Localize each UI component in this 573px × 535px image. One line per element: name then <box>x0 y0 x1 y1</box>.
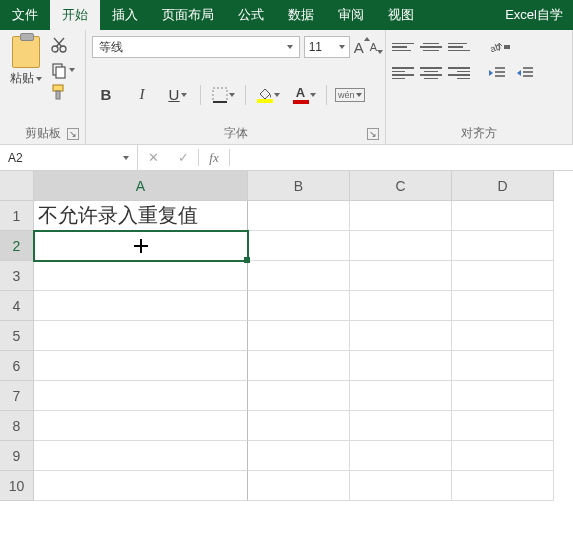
row-header-8[interactable]: 8 <box>0 411 34 441</box>
align-center-button[interactable] <box>420 63 442 83</box>
cell-A5[interactable] <box>34 321 248 351</box>
row-header-6[interactable]: 6 <box>0 351 34 381</box>
tab-file[interactable]: 文件 <box>0 0 50 30</box>
format-painter-button[interactable] <box>50 83 75 104</box>
formula-bar: A2 ✕ ✓ fx <box>0 145 573 171</box>
cell-A1[interactable]: 不允许录入重复值 <box>34 201 248 231</box>
cell-C3[interactable] <box>350 261 452 291</box>
decrease-font-button[interactable]: A <box>370 41 379 53</box>
cell-D7[interactable] <box>452 381 554 411</box>
font-size-select[interactable]: 11 <box>304 36 350 58</box>
align-left-button[interactable] <box>392 63 414 83</box>
cell-B1[interactable] <box>248 201 350 231</box>
tab-page-layout[interactable]: 页面布局 <box>150 0 226 30</box>
cell-B10[interactable] <box>248 471 350 501</box>
increase-font-button[interactable]: A <box>354 39 366 56</box>
row-header-1[interactable]: 1 <box>0 201 34 231</box>
col-header-B[interactable]: B <box>248 171 350 201</box>
cell-B5[interactable] <box>248 321 350 351</box>
font-launcher[interactable]: ↘ <box>367 128 379 140</box>
cell-C7[interactable] <box>350 381 452 411</box>
italic-button[interactable]: I <box>128 83 156 107</box>
bold-button[interactable]: B <box>92 83 120 107</box>
cell-B9[interactable] <box>248 441 350 471</box>
chevron-down-icon <box>229 93 235 97</box>
align-bottom-button[interactable] <box>448 37 470 57</box>
cut-button[interactable] <box>50 36 75 57</box>
cell-A3[interactable] <box>34 261 248 291</box>
font-name-select[interactable]: 等线 <box>92 36 300 58</box>
cell-A9[interactable] <box>34 441 248 471</box>
formula-input[interactable] <box>230 145 573 170</box>
cell-B8[interactable] <box>248 411 350 441</box>
align-middle-button[interactable] <box>420 37 442 57</box>
copy-button[interactable] <box>50 61 75 79</box>
row-header-9[interactable]: 9 <box>0 441 34 471</box>
tab-home[interactable]: 开始 <box>50 0 100 30</box>
cell-A8[interactable] <box>34 411 248 441</box>
cell-D8[interactable] <box>452 411 554 441</box>
tab-data[interactable]: 数据 <box>276 0 326 30</box>
col-header-D[interactable]: D <box>452 171 554 201</box>
tab-formula[interactable]: 公式 <box>226 0 276 30</box>
cell-C2[interactable] <box>350 231 452 261</box>
cell-D10[interactable] <box>452 471 554 501</box>
cell-B6[interactable] <box>248 351 350 381</box>
row-header-3[interactable]: 3 <box>0 261 34 291</box>
cell-C8[interactable] <box>350 411 452 441</box>
cell-C4[interactable] <box>350 291 452 321</box>
name-box[interactable]: A2 <box>0 145 138 170</box>
row-header-2[interactable]: 2 <box>0 231 34 261</box>
chevron-down-icon <box>310 93 316 97</box>
tab-excel-self-study[interactable]: Excel自学 <box>493 0 573 30</box>
cell-B2[interactable] <box>248 231 350 261</box>
cell-A2[interactable] <box>34 231 248 261</box>
cell-D6[interactable] <box>452 351 554 381</box>
cell-A6[interactable] <box>34 351 248 381</box>
clipboard-launcher[interactable]: ↘ <box>67 128 79 140</box>
cell-A4[interactable] <box>34 291 248 321</box>
cell-D4[interactable] <box>452 291 554 321</box>
fill-color-button[interactable] <box>254 83 282 107</box>
row-header-10[interactable]: 10 <box>0 471 34 501</box>
tab-insert[interactable]: 插入 <box>100 0 150 30</box>
cell-D9[interactable] <box>452 441 554 471</box>
cell-A10[interactable] <box>34 471 248 501</box>
cancel-formula-button[interactable]: ✕ <box>138 145 168 170</box>
underline-button[interactable]: U <box>164 83 192 107</box>
cell-D1[interactable] <box>452 201 554 231</box>
tab-review[interactable]: 审阅 <box>326 0 376 30</box>
align-right-button[interactable] <box>448 63 470 83</box>
cell-C5[interactable] <box>350 321 452 351</box>
col-header-C[interactable]: C <box>350 171 452 201</box>
cell-B3[interactable] <box>248 261 350 291</box>
chevron-down-icon <box>287 45 293 49</box>
confirm-formula-button[interactable]: ✓ <box>168 145 198 170</box>
increase-indent-button[interactable] <box>516 63 538 83</box>
align-top-button[interactable] <box>392 37 414 57</box>
decrease-indent-button[interactable] <box>488 63 510 83</box>
cell-C6[interactable] <box>350 351 452 381</box>
cell-B7[interactable] <box>248 381 350 411</box>
cell-D5[interactable] <box>452 321 554 351</box>
cell-C1[interactable] <box>350 201 452 231</box>
row-header-4[interactable]: 4 <box>0 291 34 321</box>
chevron-down-icon <box>181 93 187 97</box>
cell-D2[interactable] <box>452 231 554 261</box>
font-color-button[interactable]: A <box>290 83 318 107</box>
insert-function-button[interactable]: fx <box>199 145 229 170</box>
border-button[interactable] <box>209 83 237 107</box>
cell-A7[interactable] <box>34 381 248 411</box>
cell-C9[interactable] <box>350 441 452 471</box>
row-header-7[interactable]: 7 <box>0 381 34 411</box>
cell-C10[interactable] <box>350 471 452 501</box>
cell-B4[interactable] <box>248 291 350 321</box>
select-all-corner[interactable] <box>0 171 34 201</box>
row-header-5[interactable]: 5 <box>0 321 34 351</box>
orientation-button[interactable]: ab <box>488 37 510 57</box>
col-header-A[interactable]: A <box>34 171 248 201</box>
tab-view[interactable]: 视图 <box>376 0 426 30</box>
paste-button[interactable]: 粘贴 <box>6 34 46 104</box>
phonetic-guide-button[interactable]: wén <box>335 88 365 102</box>
cell-D3[interactable] <box>452 261 554 291</box>
